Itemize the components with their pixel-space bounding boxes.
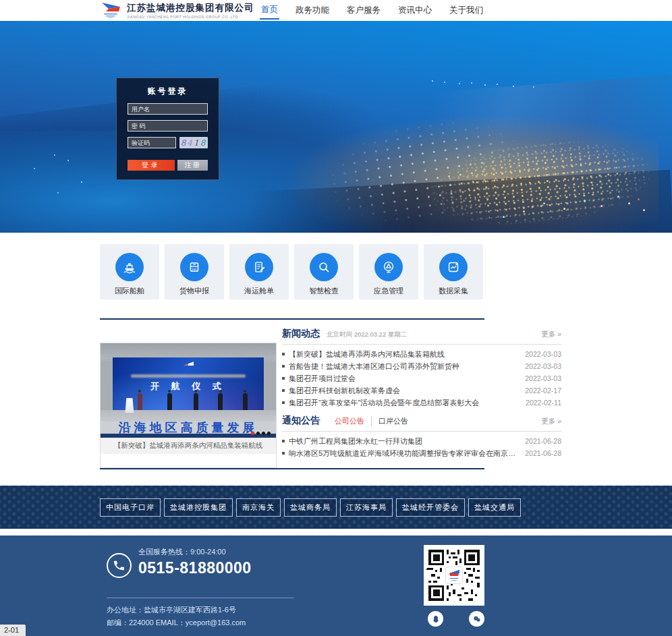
news-list-item[interactable]: 首船告捷！盐城港大丰港区港口公司再添外贸新货种 2022-03-03 — [282, 360, 561, 372]
section-divider-top — [100, 318, 484, 320]
service-label: 海运舱单 — [229, 286, 289, 296]
site-header: 江苏盐城港控股集团有限公司 JIANGSU YANCHENG PORT HOLD… — [0, 0, 672, 21]
service-card-cargo-declaration[interactable]: 货物申报 — [165, 244, 224, 299]
service-card-emergency-management[interactable]: 应急管理 — [359, 244, 418, 299]
service-label: 货物申报 — [165, 286, 224, 296]
bullet-icon — [282, 401, 285, 404]
cargo-icon — [180, 253, 208, 281]
phone-icon — [107, 553, 132, 578]
emergency-icon — [374, 253, 403, 281]
service-card-sea-manifest[interactable]: 海运舱单 — [229, 244, 289, 299]
service-card-smart-inspection[interactable]: 智慧检查 — [294, 244, 354, 299]
news-heading-row: 新闻动态 北京时间 2022.03.22 星期二 更多 » — [282, 328, 561, 345]
service-shortcuts: 国际船舶 货物申报 海运舱单 — [100, 244, 484, 299]
ceremony-figure — [138, 393, 142, 410]
ceremony-podium — [125, 398, 134, 413]
news-title: 新闻动态 — [282, 328, 320, 340]
partner-link[interactable]: 中国电子口岸 — [100, 498, 161, 517]
carousel-dot[interactable] — [251, 432, 254, 435]
partner-link[interactable]: 江苏海事局 — [340, 498, 393, 517]
notice-tabs: 公司公告 口岸公告 — [328, 416, 415, 426]
username-input[interactable] — [128, 103, 208, 115]
office-address: 办公地址：盐城市亭湖区建军西路1-6号 — [107, 604, 246, 616]
partner-links-band: 中国电子口岸 盐城港控股集团 南京海关 盐城商务局 江苏海事局 盐城经开管委会 … — [0, 486, 672, 529]
logo-title: 江苏盐城港控股集团有限公司 — [127, 2, 254, 14]
nav-item[interactable]: 资讯中心 — [397, 2, 433, 19]
notice-tab[interactable]: 公司公告 — [328, 416, 371, 426]
password-input[interactable] — [128, 120, 208, 132]
hotline-phone-number: 0515-81880000 — [138, 559, 252, 577]
news-more-link[interactable]: 更多 » — [541, 330, 561, 339]
service-label: 数据采集 — [424, 286, 483, 296]
nav-item[interactable]: 首页 — [260, 1, 279, 20]
captcha-image[interactable]: 8418 — [179, 137, 208, 148]
carousel-dots — [251, 432, 271, 435]
ceremony-figure — [218, 393, 223, 410]
company-logo[interactable]: 江苏盐城港控股集团有限公司 JIANGSU YANCHENG PORT HOLD… — [100, 1, 254, 21]
inspect-icon — [310, 253, 338, 281]
login-title: 账号登录 — [128, 86, 208, 97]
service-label: 应急管理 — [359, 286, 418, 296]
news-datetime: 北京时间 2022.03.22 星期二 — [327, 330, 407, 339]
slide-banner-strip: 沿海地区高质量发展 — [101, 422, 276, 434]
service-label: 国际船舶 — [100, 286, 159, 296]
news-list-item[interactable]: 集团召开“改革攻坚年”活动动员会暨年度总结部署表彰大会 2022-02-11 — [282, 397, 561, 409]
notices-title: 通知公告 — [282, 415, 320, 427]
qr-code — [424, 545, 484, 606]
news-list-item[interactable]: 集团召开项目过堂会 2022-03-03 — [282, 372, 561, 384]
news-list: 【新突破】盐城港再添两条内河精品集装箱航线 2022-03-03 首船告捷！盐城… — [282, 348, 561, 409]
notice-tab[interactable]: 口岸公告 — [371, 416, 415, 426]
bullet-icon — [282, 440, 285, 442]
partner-link[interactable]: 盐城港控股集团 — [164, 498, 233, 517]
service-label: 智慧检查 — [294, 286, 354, 296]
wechat-icon[interactable] — [469, 611, 484, 627]
captcha-digit: 1 — [194, 138, 200, 148]
nav-item[interactable]: 关于我们 — [448, 2, 484, 19]
news-list-item[interactable]: 【新突破】盐城港再添两条内河精品集装箱航线 2022-03-03 — [282, 348, 561, 360]
register-button[interactable]: 注册 — [177, 160, 208, 171]
partner-link[interactable]: 南京海关 — [236, 498, 281, 517]
captcha-digit: 8 — [181, 138, 188, 148]
hero-horizon-lights — [432, 80, 433, 82]
notice-list-item[interactable]: 中铁广州工程局集团朱永红一行拜访集团 2021-06-28 — [282, 435, 561, 447]
login-panel: 账号登录 8418 登录 注册 — [116, 78, 219, 180]
news-list-item[interactable]: 集团召开科技创新机制改革务虚会 2022-02-17 — [282, 384, 561, 397]
carousel-dot[interactable] — [262, 432, 265, 435]
backdrop-subtitle-blur — [131, 374, 246, 378]
partner-links-row: 中国电子口岸 盐城港控股集团 南京海关 盐城商务局 江苏海事局 盐城经开管委会 … — [100, 486, 484, 529]
ship-icon — [115, 253, 144, 281]
carousel-dot[interactable] — [267, 432, 271, 435]
notices-more-link[interactable]: 更多 » — [541, 417, 561, 426]
partner-link[interactable]: 盐城交通局 — [468, 498, 521, 517]
notices-list: 中铁广州工程局集团朱永红一行拜访集团 2021-06-28 响水港区5万吨级航道… — [282, 435, 561, 459]
service-card-international-ships[interactable]: 国际船舶 — [100, 244, 159, 299]
social-icons-row — [428, 611, 484, 627]
bullet-icon — [282, 353, 285, 355]
postal-email: 邮编：224000 EMAIL：yceport@163.com — [107, 616, 246, 629]
qq-icon[interactable] — [428, 611, 443, 627]
manifest-icon — [245, 253, 273, 281]
nav-item[interactable]: 政务功能 — [294, 2, 331, 19]
captcha-digit: 4 — [187, 138, 194, 148]
partner-link[interactable]: 盐城经开管委会 — [396, 498, 465, 517]
nav-item[interactable]: 客户服务 — [345, 2, 382, 19]
slide-bottom-edge — [101, 434, 276, 438]
login-button[interactable]: 登录 — [128, 160, 175, 171]
captcha-input[interactable] — [128, 137, 176, 148]
bullet-icon — [282, 452, 285, 455]
logo-subtitle: JIANGSU YANCHENG PORT HOLDINGS GROUP CO.… — [127, 15, 254, 19]
partner-link[interactable]: 盐城商务局 — [284, 498, 337, 517]
footer-divider — [107, 598, 294, 598]
hotline-label: 全国服务热线：9:00-24:00 — [138, 547, 252, 557]
carousel-dot[interactable] — [256, 432, 260, 435]
carousel-caption[interactable]: 【新突破】盐城港再添两条内河精品集装箱航线 — [101, 438, 276, 454]
service-card-data-collection[interactable]: 数据采集 — [424, 244, 483, 299]
bullet-icon — [282, 377, 285, 380]
carousel-slide-photo: 开 航 仪 式 沿海地区高质量发展 — [101, 343, 276, 438]
notice-list-item[interactable]: 响水港区5万吨级航道近岸海域环境功能调整报告专家评审会在南京顺利召开 2021-… — [282, 447, 561, 459]
bullet-icon — [282, 365, 285, 368]
news-carousel[interactable]: 开 航 仪 式 沿海地区高质量发展 — [100, 343, 277, 468]
status-bar-link-preview: 2-01 — [0, 625, 26, 636]
slide-heading: 开 航 仪 式 — [113, 380, 264, 393]
hero-banner: 账号登录 8418 登录 注册 — [0, 21, 672, 233]
